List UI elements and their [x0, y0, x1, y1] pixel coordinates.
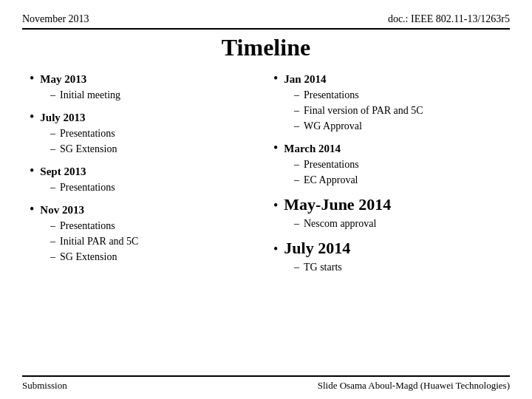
bullet-label-mayjune2014: May-June 2014: [284, 195, 391, 214]
sub-item-text: WG Approval: [304, 118, 362, 134]
sub-dash: –: [294, 259, 299, 275]
bullet-item-nov2013: •Nov 2013–Presentations–Initial PAR and …: [30, 202, 259, 265]
sub-item: –WG Approval: [294, 118, 502, 134]
sub-item-text: Initial PAR and 5C: [60, 233, 138, 249]
timeline-content: •May 2013–Initial meeting•July 2013–Pres…: [22, 72, 510, 371]
sub-item-text: SG Extension: [60, 141, 117, 157]
sub-item-text: Presentations: [60, 180, 115, 195]
bullet-dot: •: [273, 141, 278, 154]
bullet-label-march2014: March 2014: [284, 143, 341, 155]
sub-dash: –: [50, 141, 55, 157]
sub-item: –EC Approval: [294, 172, 502, 188]
page-title: Timeline: [22, 34, 510, 61]
right-column: •Jan 2014–Presentations–Final version of…: [266, 72, 510, 371]
bullet-item-mayjune2014: •May-June 2014–Nescom approval: [273, 195, 502, 231]
sub-item: –Final version of PAR and 5C: [294, 103, 502, 118]
sub-dash: –: [50, 249, 55, 265]
sub-dash: –: [294, 118, 299, 134]
sub-dash: –: [294, 216, 299, 231]
sub-dash: –: [50, 218, 55, 233]
sub-item-text: EC Approval: [304, 172, 358, 188]
bullet-dot: •: [273, 72, 278, 85]
sub-item: –SG Extension: [50, 141, 259, 157]
sub-dash: –: [294, 87, 299, 103]
bullet-label-nov2013: Nov 2013: [40, 204, 84, 216]
sub-dash: –: [50, 233, 55, 249]
sub-item: –Nescom approval: [294, 216, 502, 231]
bullet-item-july2014: •July 2014–TG starts: [273, 239, 502, 275]
sub-dash: –: [294, 172, 299, 188]
bullet-item-sept2013: •Sept 2013–Presentations: [30, 164, 259, 195]
sub-item: –Presentations: [50, 218, 259, 233]
left-column: •May 2013–Initial meeting•July 2013–Pres…: [22, 72, 266, 371]
sub-dash: –: [50, 180, 55, 195]
sub-item: –SG Extension: [50, 249, 259, 265]
sub-dash: –: [294, 103, 299, 118]
sub-item-text: TG starts: [304, 259, 342, 275]
footer-slide-label: Slide: [318, 380, 340, 391]
bullet-item-july2013: •July 2013–Presentations–SG Extension: [30, 110, 259, 157]
sub-item-text: Presentations: [304, 157, 359, 172]
sub-item-text: Presentations: [60, 126, 115, 141]
sub-item: –Initial meeting: [50, 87, 259, 103]
sub-item-text: Nescom approval: [304, 216, 376, 231]
footer-author: Osama Aboul-Magd (Huawei Technologies): [340, 380, 510, 391]
sub-item: –Presentations: [50, 126, 259, 141]
sub-item-text: SG Extension: [60, 249, 117, 265]
sub-item-text: Initial meeting: [60, 87, 120, 103]
sub-item: –Presentations: [294, 87, 502, 103]
page: November 2013 doc.: IEEE 802.11-13/1263r…: [0, 0, 532, 399]
bullet-label-sept2013: Sept 2013: [40, 166, 86, 178]
bullet-dot: •: [273, 242, 278, 256]
sub-item-text: Final version of PAR and 5C: [304, 103, 423, 118]
footer-slide-author: Slide Osama Aboul-Magd (Huawei Technolog…: [318, 380, 510, 392]
sub-item: –Presentations: [50, 180, 259, 195]
sub-item: –Initial PAR and 5C: [50, 233, 259, 249]
bullet-label-july2013: July 2013: [40, 112, 85, 124]
sub-dash: –: [50, 126, 55, 141]
bullet-dot: •: [30, 164, 34, 177]
footer-submission: Submission: [22, 380, 67, 392]
bullet-item-may2013: •May 2013–Initial meeting: [30, 72, 259, 103]
bullet-dot: •: [30, 72, 34, 85]
bullet-label-july2014: July 2014: [284, 239, 350, 258]
bullet-item-jan2014: •Jan 2014–Presentations–Final version of…: [273, 72, 502, 134]
bullet-dot: •: [30, 110, 34, 123]
bullet-label-jan2014: Jan 2014: [284, 73, 326, 86]
bullet-label-may2013: May 2013: [40, 73, 86, 86]
footer: Submission Slide Osama Aboul-Magd (Huawe…: [22, 375, 510, 392]
sub-dash: –: [294, 157, 299, 172]
bullet-dot: •: [273, 199, 278, 212]
header-doc: doc.: IEEE 802.11-13/1263r5: [388, 13, 510, 25]
bullet-item-march2014: •March 2014–Presentations–EC Approval: [273, 141, 502, 188]
bullet-dot: •: [30, 202, 34, 216]
header: November 2013 doc.: IEEE 802.11-13/1263r…: [22, 13, 510, 30]
sub-item: –TG starts: [294, 259, 502, 275]
sub-item-text: Presentations: [60, 218, 115, 233]
header-date: November 2013: [22, 13, 89, 25]
sub-item-text: Presentations: [304, 87, 359, 103]
sub-dash: –: [50, 87, 55, 103]
sub-item: –Presentations: [294, 157, 502, 172]
